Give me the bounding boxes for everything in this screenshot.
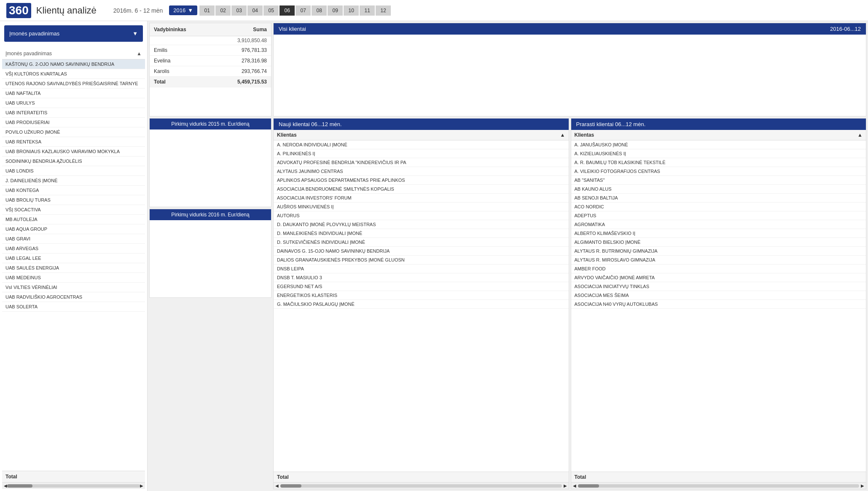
new-client-item[interactable]: ALYTAUS JAUNIMO CENTRAS: [274, 174, 569, 183]
lost-client-item[interactable]: A. JANUŠAUSKO ĮMONĖ: [571, 148, 866, 156]
month-btn-04[interactable]: 04: [247, 5, 263, 16]
lost-client-item[interactable]: A. VILEIKIO FOTOGRAFIJOS CENTRAS: [571, 174, 866, 183]
company-item[interactable]: UAB LEGAL LEE: [2, 254, 145, 263]
lost-clients-right-arrow[interactable]: ▶: [861, 483, 864, 488]
company-item[interactable]: UAB BRONIAUS KAZLAUSKO VAIRAVIMO MOKYKLA: [2, 147, 145, 156]
company-item[interactable]: J. DAINELIENĖS ĮMONĖ: [2, 176, 145, 186]
new-client-item[interactable]: A. PILINKIENĖS IĮ: [274, 156, 569, 165]
svg-rect-5: [295, 78, 303, 95]
month-btn-01[interactable]: 01: [199, 5, 215, 16]
company-item[interactable]: SODININKŲ BENDRIJA ĄŽUOLĖLIS: [2, 156, 145, 166]
company-item[interactable]: VŠĮ KULTŪROS KVARTALAS: [2, 69, 145, 79]
company-item[interactable]: KAŠTONŲ G. 2-OJO NAMO SAVININKŲ BENDRIJA: [2, 59, 145, 69]
svg-rect-11: [345, 78, 353, 95]
company-item[interactable]: UAB MEDEINUS: [2, 273, 145, 283]
lost-client-item[interactable]: A. R. BAUMILŲ TŪB KLASIKINĖ TEKSTILĖ: [571, 165, 866, 174]
lost-client-item[interactable]: ALYTAUS R. MIROSLAVO GIMNAZIJA: [571, 263, 866, 272]
lost-client-item[interactable]: ASOCIACIJA N40 VYRŲ AUTOKLUBAS: [571, 307, 866, 316]
month-btn-12[interactable]: 12: [376, 5, 391, 16]
month-btn-02[interactable]: 02: [215, 5, 231, 16]
new-client-item[interactable]: G. MAČIULSKIO PASLAUGŲ ĮMONĖ: [274, 307, 569, 316]
company-item[interactable]: VsI VILTIES VĖRINĖLIAI: [2, 283, 145, 292]
new-clients-left-arrow[interactable]: ◀: [275, 483, 279, 488]
left-arrow[interactable]: ◀: [4, 483, 7, 488]
lost-client-item[interactable]: ALGIMANTO BIELSKIO ĮMONĖ: [571, 245, 866, 254]
lost-client-item[interactable]: ALBERTO KLIMAŠEVSKIO IĮ: [571, 236, 866, 245]
new-client-item[interactable]: D. SUTKEVIČIENĖS INDIVIDUALI ĮMONĖ: [274, 245, 569, 254]
new-clients-right-arrow[interactable]: ▶: [564, 483, 567, 488]
header: 360 Klientų analizė 2016m. 6 - 12 mėn 20…: [0, 0, 868, 21]
month-btn-07[interactable]: 07: [296, 5, 311, 16]
company-item[interactable]: VŠĮ SOCACTIVA: [2, 205, 145, 215]
company-item[interactable]: UAB LONDIS: [2, 166, 145, 176]
company-item[interactable]: UAB ARVEGAS: [2, 244, 145, 254]
month-btn-05[interactable]: 05: [263, 5, 279, 16]
company-item[interactable]: UAB GRAVI: [2, 234, 145, 244]
new-client-item[interactable]: DNSB T. MASIULIO 3: [274, 281, 569, 289]
new-client-item[interactable]: ADVOKATŲ PROFESINĖ BENDRIJA "KINDEREVIČI…: [274, 165, 569, 174]
company-item[interactable]: UAB PRODIUSERIAI: [2, 118, 145, 127]
lost-clients-body[interactable]: A. JANUŠAUSKO ĮMONĖA. KIZIELIAUSKIENĖS I…: [571, 148, 866, 472]
svg-text:-3.4K: -3.4K: [486, 103, 497, 107]
lost-client-item[interactable]: AB "SANITAS": [571, 183, 866, 192]
lost-client-item[interactable]: AB KAUNO ALUS: [571, 192, 866, 201]
new-client-item[interactable]: DAINAVOS G. 15-OJO NAMO SAVININKŲ BENDRI…: [274, 254, 569, 263]
lost-client-item[interactable]: ASOCIACIJA INICIATYVŲ TINKLAS: [571, 289, 866, 298]
company-item[interactable]: UAB AQUA GROUP: [2, 224, 145, 234]
lost-client-item[interactable]: AGROMATIKA: [571, 227, 866, 236]
right-arrow[interactable]: ▶: [140, 483, 143, 488]
month-btn-10[interactable]: 10: [344, 5, 359, 16]
lost-client-item[interactable]: AB SENOJI BALTIJA: [571, 201, 866, 210]
svg-text:09: 09: [214, 303, 218, 307]
company-item[interactable]: UAB SOLERTA: [2, 302, 145, 312]
company-dropdown[interactable]: Įmonės pavadinimas ▼: [4, 25, 143, 42]
svg-rect-26: [461, 71, 469, 95]
month-btn-08[interactable]: 08: [312, 5, 327, 16]
new-client-item[interactable]: APLINKOS APSAUGOS DEPARTAMENTAS PRIE APL…: [274, 183, 569, 192]
company-item[interactable]: UAB SAULĖS ENERGIJA: [2, 263, 145, 273]
new-client-item[interactable]: AUTORUS: [274, 219, 569, 227]
svg-rect-8: [320, 76, 328, 95]
lost-client-item[interactable]: AMBER FOOD: [571, 272, 866, 281]
lost-client-item[interactable]: ARVYDO VAIČAIČIO ĮMONĖ AMRETA: [571, 281, 866, 289]
lost-client-item[interactable]: ADEPTUS: [571, 219, 866, 227]
lost-client-item[interactable]: ACO NORDIC: [571, 210, 866, 219]
company-item[interactable]: UAB RENTEKSA: [2, 137, 145, 147]
company-item[interactable]: POVILO UŽKURO ĮMONĖ: [2, 127, 145, 137]
new-client-item[interactable]: D. MANLEIKIENĖS INDIVIDUALI ĮMONĖ: [274, 236, 569, 245]
new-client-item[interactable]: ENERGETIKOS KLASTERIS: [274, 298, 569, 307]
lost-clients-left-arrow[interactable]: ◀: [573, 483, 576, 488]
month-btn-03[interactable]: 03: [231, 5, 247, 16]
month-btn-06[interactable]: 06: [279, 5, 295, 16]
lost-client-item[interactable]: A. KIZIELIAUSKIENĖS IĮ: [571, 156, 866, 165]
company-item[interactable]: UAB RADVILIŠKIO AGROCENTRAS: [2, 292, 145, 302]
new-client-item[interactable]: DNSB LEIPA: [274, 272, 569, 281]
lost-client-item[interactable]: ALYTAUS R. BUTRIMONIŲ GIMNAZIJA: [571, 254, 866, 263]
new-client-item[interactable]: AUŠROS MINKUVIENĖS IĮ: [274, 210, 569, 219]
new-clients-body[interactable]: A. NERODA INDIVIDUALI ĮMONĖA. PILINKIENĖ…: [274, 148, 569, 472]
company-item[interactable]: UAB KONTEGA: [2, 186, 145, 195]
new-client-item[interactable]: A. NERODA INDIVIDUALI ĮMONĖ: [274, 148, 569, 156]
new-client-item[interactable]: DALIOS GRANATAUSKIENĖS PREKYBOS ĮMONĖ GL…: [274, 263, 569, 272]
company-item[interactable]: UAB NAFTALITA: [2, 89, 145, 98]
chart-2016-card: Pirkimų vidurkis 2016 m. Eur/dieną 22K06…: [149, 223, 271, 319]
lost-clients-scroll[interactable]: ◀ ▶: [571, 482, 866, 489]
company-item[interactable]: UAB URULYS: [2, 98, 145, 108]
svg-rect-87: [210, 167, 222, 204]
company-item[interactable]: UTENOS RAJONO SAVIVALDYBĖS PRIEŠGAISRINĖ…: [2, 79, 145, 89]
new-client-item[interactable]: D. DAUKANTO ĮMONĖ PLOVYKLŲ MEISTRAS: [274, 227, 569, 236]
lost-client-item[interactable]: ASOCIACIJA MES ŠEIMA: [571, 298, 866, 307]
company-item[interactable]: MB AUTOLEJA: [2, 215, 145, 224]
month-btn-11[interactable]: 11: [360, 5, 375, 16]
company-item[interactable]: UAB BROLIŲ TURAS: [2, 195, 145, 205]
new-client-item[interactable]: EGERSUND NET A/S: [274, 289, 569, 298]
new-clients-scroll[interactable]: ◀ ▶: [274, 482, 569, 489]
new-client-item[interactable]: ASOCIACIJA BENDRUOMENĖ SMILTYNĖS KOPGALI…: [274, 192, 569, 201]
svg-rect-15: [374, 64, 382, 95]
horizontal-scrollbar[interactable]: ◀ ▶: [2, 482, 145, 489]
year-selector[interactable]: 2016 ▼: [169, 5, 197, 15]
month-btn-09[interactable]: 09: [328, 5, 343, 16]
company-list[interactable]: KAŠTONŲ G. 2-OJO NAMO SAVININKŲ BENDRIJA…: [2, 59, 145, 471]
new-client-item[interactable]: ASOCIACIJA INVESTORS' FORUM: [274, 201, 569, 210]
company-item[interactable]: UAB INTERATEITIS: [2, 108, 145, 118]
